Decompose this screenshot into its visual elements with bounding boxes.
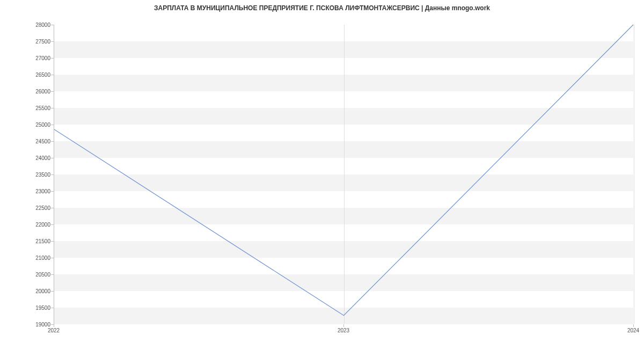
line-series-svg <box>54 25 633 324</box>
x-tick-label: 2023 <box>338 328 349 333</box>
y-tick-label: 21000 <box>18 255 50 261</box>
x-tick <box>633 324 634 327</box>
y-tick <box>51 324 54 325</box>
y-tick <box>51 191 54 192</box>
chart-container: ЗАРПЛАТА В МУНИЦИПАЛЬНОЕ ПРЕДПРИЯТИЕ Г. … <box>0 0 644 349</box>
y-tick <box>51 291 54 292</box>
y-tick-label: 22500 <box>18 205 50 211</box>
y-tick <box>51 258 54 258</box>
y-tick <box>51 208 54 208</box>
y-tick-label: 25000 <box>18 122 50 128</box>
y-tick <box>51 241 54 242</box>
y-tick-label: 24000 <box>18 155 50 161</box>
y-tick-label: 19000 <box>18 322 50 328</box>
plot-area <box>54 25 633 324</box>
y-tick-label: 23000 <box>18 188 50 194</box>
line-series <box>54 25 633 316</box>
x-gridline <box>634 25 634 324</box>
y-tick <box>51 158 54 158</box>
y-tick-label: 26000 <box>18 89 50 94</box>
x-tick <box>343 324 344 327</box>
y-tick <box>51 58 54 59</box>
y-tick <box>51 25 54 25</box>
y-tick-label: 20000 <box>18 288 50 294</box>
y-tick-label: 27500 <box>18 39 50 45</box>
y-tick-label: 20500 <box>18 272 50 278</box>
y-tick <box>51 274 54 275</box>
y-tick-label: 23500 <box>18 172 50 178</box>
y-tick <box>51 41 54 42</box>
y-tick <box>51 174 54 175</box>
y-tick <box>51 141 54 142</box>
y-tick <box>51 308 54 308</box>
y-tick-label: 21500 <box>18 238 50 244</box>
x-tick <box>54 324 54 327</box>
y-tick-label: 22000 <box>18 222 50 228</box>
y-tick-label: 28000 <box>18 22 50 28</box>
x-tick-label: 2022 <box>48 328 60 333</box>
y-tick-label: 26500 <box>18 72 50 78</box>
y-tick-label: 19500 <box>18 305 50 311</box>
y-tick <box>51 91 54 92</box>
y-tick <box>51 108 54 108</box>
y-tick <box>51 125 54 125</box>
y-tick-label: 25500 <box>18 105 50 111</box>
y-tick <box>51 224 54 225</box>
y-tick <box>51 75 54 75</box>
y-tick-label: 27000 <box>18 55 50 61</box>
x-tick-label: 2024 <box>627 328 639 333</box>
y-tick-label: 24500 <box>18 139 50 144</box>
chart-title: ЗАРПЛАТА В МУНИЦИПАЛЬНОЕ ПРЕДПРИЯТИЕ Г. … <box>0 4 644 12</box>
